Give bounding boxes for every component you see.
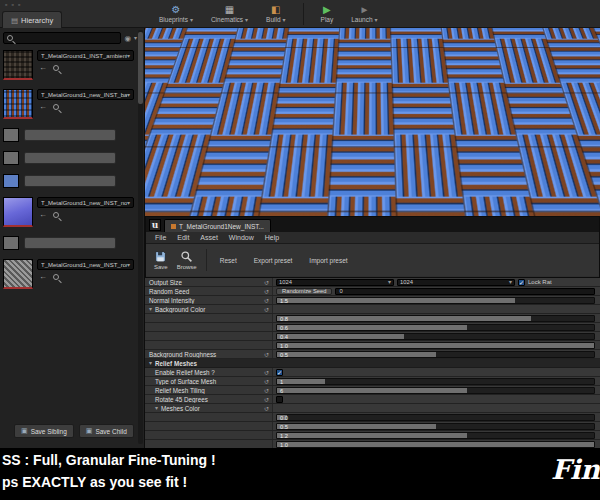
- slider-fill: [277, 343, 594, 348]
- rotate-45-checkbox[interactable]: [276, 396, 283, 403]
- lock-ratio-checkbox[interactable]: ✓: [518, 279, 525, 286]
- save-button[interactable]: Save: [154, 250, 168, 270]
- browse-button[interactable]: Browse: [177, 250, 197, 270]
- tab-material-instance[interactable]: T_MetalGround1New_INST...: [164, 219, 271, 232]
- toolbar-buttons: ⚙ Blueprints▾ ▦ Cinematics▾ ◧ Build▾ ▶ P…: [150, 0, 387, 28]
- expander-icon[interactable]: ▾: [155, 405, 158, 411]
- output-size-x-dropdown[interactable]: 1024▾: [276, 279, 394, 286]
- blueprints-button[interactable]: ⚙ Blueprints▾: [150, 0, 202, 28]
- row-label: Relief Mesh Tiling: [155, 387, 205, 394]
- color-channel-slider[interactable]: 0,6: [276, 324, 595, 331]
- use-selected-icon[interactable]: ←: [39, 273, 47, 281]
- texture-asset-combo[interactable]: T_MetalGround1_new_INST_basecolor ▾: [37, 89, 134, 100]
- play-button[interactable]: ▶ Play: [312, 0, 343, 28]
- normal-intensity-slider[interactable]: 1,5: [276, 297, 595, 304]
- seed-value-input[interactable]: 0: [335, 288, 595, 295]
- menu-window[interactable]: Window: [229, 234, 254, 241]
- menu-asset[interactable]: Asset: [200, 234, 218, 241]
- scalar-value-bar[interactable]: [24, 175, 116, 187]
- export-preset-button[interactable]: Export preset: [250, 255, 297, 266]
- filter-dropdown-icon[interactable]: ▾: [134, 35, 137, 41]
- enable-relief-mesh-checkbox[interactable]: ✓: [276, 369, 283, 376]
- relief-mesh-tiling-slider[interactable]: 6: [276, 387, 595, 394]
- browse-asset-icon[interactable]: [53, 274, 59, 280]
- save-sibling-button[interactable]: ▣ Save Sibling: [14, 424, 74, 438]
- scale-snap-icon[interactable]: ✛: [580, 31, 587, 40]
- editor-menu-bar: File Edit Asset Window Help: [146, 232, 599, 244]
- scrollbar-thumb[interactable]: [138, 32, 143, 104]
- scalar-value-bar[interactable]: [24, 129, 116, 141]
- row-label: Random Seed: [149, 288, 189, 295]
- reset-to-default-icon[interactable]: ↺: [264, 405, 269, 412]
- slider-value: 1,0: [280, 343, 288, 349]
- camera-speed-icon[interactable]: ◉: [568, 31, 575, 40]
- color-channel-slider[interactable]: 0,4: [276, 333, 595, 340]
- save-floppy-icon: [154, 250, 167, 263]
- surface-mesh-type-slider[interactable]: 1: [276, 378, 595, 385]
- eye-icon[interactable]: ◉: [124, 34, 131, 43]
- window-icon[interactable]: ▫: [18, 1, 20, 8]
- search-input[interactable]: [15, 33, 117, 43]
- color-channel-slider[interactable]: 1,2: [276, 432, 595, 439]
- texture-asset-combo[interactable]: T_MetalGround1_new_INST_normal ▾: [37, 197, 134, 208]
- color-channel-slider[interactable]: 0,0: [276, 414, 595, 421]
- row-background-roughness: Background Roughness↺ 0,5: [145, 350, 600, 359]
- cinematics-button[interactable]: ▦ Cinematics▾: [202, 0, 257, 28]
- texture-asset-combo[interactable]: T_MetalGround1_INST_ambientOcclus ▾: [37, 50, 134, 61]
- texture-asset-combo[interactable]: T_MetalGround1_new_INST_roughness ▾: [37, 259, 134, 270]
- window-icon[interactable]: ▫: [5, 1, 7, 8]
- reset-to-default-icon[interactable]: ↺: [264, 279, 269, 286]
- color-channel-slider[interactable]: 0,8: [276, 315, 595, 322]
- rotation-snap-icon[interactable]: ◧: [556, 31, 564, 40]
- reset-to-default-icon[interactable]: ↺: [264, 378, 269, 385]
- texture-thumbnail-roughness[interactable]: [3, 259, 33, 289]
- reset-to-default-icon[interactable]: ↺: [264, 306, 269, 313]
- texture-thumbnail-basecolor[interactable]: [3, 89, 33, 119]
- save-child-label: Save Child: [95, 428, 126, 435]
- expander-icon[interactable]: ▾: [149, 306, 152, 312]
- viewport-options-icon[interactable]: ▾: [592, 33, 595, 39]
- toolbar-separator: [303, 3, 304, 25]
- scalar-param-row: [3, 128, 134, 142]
- use-selected-icon[interactable]: ←: [39, 103, 47, 111]
- reset-button[interactable]: Reset: [216, 255, 241, 266]
- launch-button[interactable]: ► Launch▾: [342, 0, 386, 28]
- use-selected-icon[interactable]: ←: [39, 211, 47, 219]
- build-button[interactable]: ◧ Build▾: [257, 0, 294, 28]
- viewport-3d[interactable]: ⚙ ▦ ◧ ◉ ✛ ▾: [145, 28, 600, 216]
- browse-asset-icon[interactable]: [53, 212, 59, 218]
- reset-to-default-icon[interactable]: ↺: [264, 387, 269, 394]
- browse-asset-icon[interactable]: [53, 104, 59, 110]
- search-box[interactable]: [3, 32, 121, 44]
- import-preset-button[interactable]: Import preset: [305, 255, 351, 266]
- browse-asset-icon[interactable]: [53, 65, 59, 71]
- save-child-button[interactable]: ▣ Save Child: [79, 424, 134, 438]
- scalar-value-bar[interactable]: [24, 237, 116, 249]
- reset-to-default-icon[interactable]: ↺: [264, 288, 269, 295]
- scalar-value-bar[interactable]: [24, 152, 116, 164]
- color-channel-slider[interactable]: 1,0: [276, 441, 595, 448]
- section-relief-meshes[interactable]: ▾ Relief Meshes: [145, 359, 600, 368]
- menu-help[interactable]: Help: [265, 234, 279, 241]
- menu-edit[interactable]: Edit: [177, 234, 189, 241]
- tab-hierarchy[interactable]: ▤ Hierarchy: [2, 11, 62, 28]
- chevron-down-icon: ▾: [127, 53, 130, 59]
- color-channel-slider[interactable]: 1,0: [276, 342, 595, 349]
- reset-to-default-icon[interactable]: ↺: [264, 351, 269, 358]
- texture-thumbnail-ao[interactable]: [3, 50, 33, 80]
- grid-snap-icon[interactable]: ▦: [543, 31, 551, 40]
- reset-to-default-icon[interactable]: ↺: [264, 396, 269, 403]
- randomize-seed-button[interactable]: Randomize Seed: [276, 288, 332, 295]
- background-roughness-slider[interactable]: 0,5: [276, 351, 595, 358]
- row-output-size: Output Size↺ 1024▾ 1024▾ ✓ Lock Rat: [145, 278, 600, 287]
- texture-thumbnail-normal[interactable]: [3, 197, 33, 227]
- menu-file[interactable]: File: [155, 234, 166, 241]
- output-size-y-dropdown[interactable]: 1024▾: [397, 279, 515, 286]
- viewport-settings-icon[interactable]: ⚙: [531, 31, 538, 40]
- reset-to-default-icon[interactable]: ↺: [264, 369, 269, 376]
- panel-scrollbar[interactable]: [138, 30, 143, 444]
- use-selected-icon[interactable]: ←: [39, 64, 47, 72]
- window-icon[interactable]: ▫: [11, 1, 13, 8]
- color-channel-slider[interactable]: 0,5: [276, 423, 595, 430]
- reset-to-default-icon[interactable]: ↺: [264, 297, 269, 304]
